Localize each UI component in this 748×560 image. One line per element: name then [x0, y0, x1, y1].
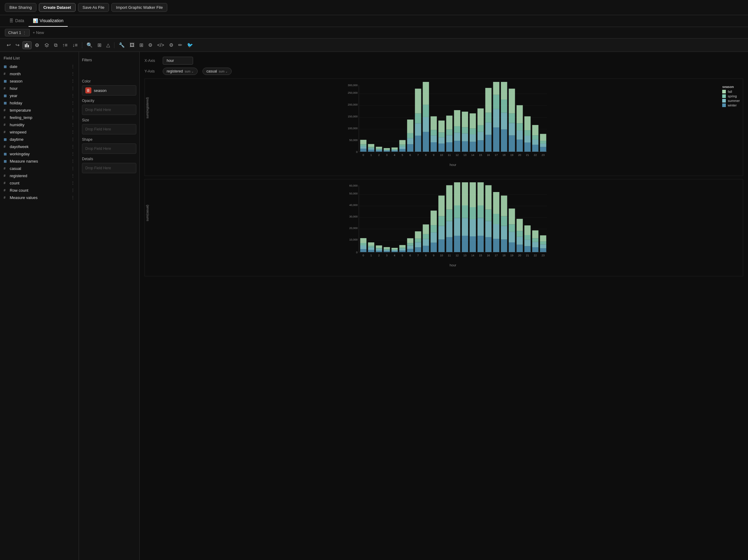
svg-rect-209: [446, 237, 453, 252]
field-casual-icon: #: [4, 167, 8, 170]
field-count[interactable]: # count ⋮: [0, 179, 79, 187]
tab-data[interactable]: 🗄 Data: [5, 15, 28, 27]
field-date-menu[interactable]: ⋮: [71, 64, 75, 69]
svg-rect-36: [384, 150, 390, 151]
y-axis-registered-pill[interactable]: registered sum ⌄: [163, 68, 197, 75]
shape-drop-zone[interactable]: Drop Field Here: [82, 144, 136, 154]
svg-rect-60: [423, 132, 429, 152]
svg-rect-192: [415, 232, 421, 239]
field-workingday-menu[interactable]: ⋮: [71, 151, 75, 156]
mark-type-button[interactable]: [33, 42, 41, 49]
svg-rect-45: [399, 149, 405, 152]
chart-type-button[interactable]: [22, 41, 31, 49]
zoom-out-button[interactable]: 🔍: [85, 41, 94, 49]
svg-text:16: 16: [487, 254, 490, 257]
field-feeling-temp[interactable]: # feeling_temp ⋮: [0, 114, 79, 121]
field-casual[interactable]: # casual ⋮: [0, 165, 79, 172]
svg-rect-90: [470, 142, 476, 152]
field-holiday[interactable]: ▦ holiday ⋮: [0, 99, 79, 106]
svg-text:50,000: 50,000: [349, 192, 358, 195]
size-drop-zone[interactable]: Drop Field Here: [82, 124, 136, 135]
field-year-icon: ▦: [4, 94, 8, 98]
field-year[interactable]: ▦ year ⋮: [0, 92, 79, 99]
link-settings-button[interactable]: ⚙: [167, 41, 175, 49]
dataset-button[interactable]: Bike Sharing: [5, 3, 37, 12]
code-button[interactable]: </>: [156, 41, 166, 49]
svg-rect-118: [509, 89, 515, 113]
sort-asc-button[interactable]: ↑≡: [61, 41, 69, 49]
field-winspeed-menu[interactable]: ⋮: [71, 129, 75, 135]
field-measure-names[interactable]: ▦ Measure names ⋮: [0, 157, 79, 165]
image-button[interactable]: 🖼: [128, 41, 136, 49]
field-measure-names-menu[interactable]: ⋮: [71, 159, 75, 164]
field-season[interactable]: ▦ season ⋮: [0, 77, 79, 84]
brush-button[interactable]: 🔧: [117, 41, 126, 49]
field-humidity[interactable]: # humidity ⋮: [0, 121, 79, 128]
field-daytime-menu[interactable]: ⋮: [71, 137, 75, 142]
table-button[interactable]: ⊞: [138, 41, 145, 49]
svg-text:11: 11: [448, 153, 451, 156]
svg-rect-166: [376, 248, 382, 249]
svg-rect-177: [392, 248, 398, 249]
settings-button[interactable]: ⚙: [146, 41, 154, 49]
field-dayofweek-menu[interactable]: ⋮: [71, 144, 75, 149]
field-hour-menu[interactable]: ⋮: [71, 86, 75, 91]
add-chart-button[interactable]: + New: [30, 29, 47, 36]
tab-visualization[interactable]: 📊 Visualization: [28, 15, 68, 27]
svg-rect-38: [384, 148, 390, 150]
main-layout: Field List ▦ date ⋮ # month ⋮ ▦ season: [0, 52, 748, 560]
field-hour[interactable]: # hour ⋮: [0, 84, 79, 92]
field-temperature-menu[interactable]: ⋮: [71, 108, 75, 113]
pen-button[interactable]: ✏: [177, 41, 184, 49]
opacity-drop-zone[interactable]: Drop Field Here: [82, 105, 136, 115]
layers-button[interactable]: [43, 42, 51, 49]
field-registered-menu[interactable]: ⋮: [71, 173, 75, 178]
field-measure-values[interactable]: # Measure values ⋮: [0, 194, 79, 201]
create-dataset-button[interactable]: Create Dataset: [39, 3, 76, 12]
field-year-menu[interactable]: ⋮: [71, 93, 75, 98]
svg-text:15: 15: [479, 254, 482, 257]
field-measure-values-menu[interactable]: ⋮: [71, 195, 75, 200]
svg-rect-211: [446, 210, 453, 221]
details-drop-zone[interactable]: Drop Field Here: [82, 163, 136, 173]
chart-tab-1[interactable]: Chart 1 ⋮: [5, 29, 30, 36]
field-feeling-temp-menu[interactable]: ⋮: [71, 115, 75, 120]
field-registered[interactable]: # registered ⋮: [0, 172, 79, 179]
svg-rect-56: [415, 123, 421, 136]
field-row-count-menu[interactable]: ⋮: [71, 188, 75, 193]
field-humidity-menu[interactable]: ⋮: [71, 122, 75, 127]
field-dayofweek[interactable]: # dayofweek ⋮: [0, 143, 79, 150]
field-daytime[interactable]: ▦ daytime ⋮: [0, 136, 79, 143]
sort-desc-button[interactable]: ↓≡: [70, 41, 79, 49]
field-season-menu[interactable]: ⋮: [71, 78, 75, 83]
field-casual-menu[interactable]: ⋮: [71, 166, 75, 171]
field-month-menu[interactable]: ⋮: [71, 71, 75, 76]
undo-button[interactable]: ↩: [5, 41, 13, 49]
import-file-button[interactable]: Import Graphic Walker File: [111, 3, 167, 12]
y-axis-casual-pill[interactable]: casual sum ⌄: [203, 68, 232, 75]
field-month[interactable]: # month ⋮: [0, 70, 79, 77]
svg-rect-260: [524, 240, 531, 246]
field-row-count[interactable]: # Row count ⋮: [0, 187, 79, 194]
svg-rect-120: [517, 140, 523, 152]
svg-rect-135: [540, 147, 546, 152]
redo-button[interactable]: ↪: [14, 41, 21, 49]
field-temperature[interactable]: # temperature ⋮: [0, 106, 79, 114]
svg-rect-71: [438, 138, 445, 144]
field-count-menu[interactable]: ⋮: [71, 180, 75, 185]
field-date[interactable]: ▦ date ⋮: [0, 63, 79, 70]
field-holiday-menu[interactable]: ⋮: [71, 100, 75, 105]
field-workingday-icon: ▦: [4, 152, 8, 156]
duplicate-button[interactable]: ⧉: [52, 41, 59, 49]
save-as-file-button[interactable]: Save As File: [78, 3, 109, 12]
x-axis-field[interactable]: hour: [163, 57, 193, 65]
triangle-button[interactable]: △: [104, 41, 112, 49]
layout-button[interactable]: ⊞: [96, 41, 103, 49]
bird-button[interactable]: 🐦: [185, 41, 195, 49]
color-field[interactable]: 🗑 season: [82, 85, 136, 96]
svg-rect-53: [407, 120, 414, 133]
field-winspeed[interactable]: # winspeed ⋮: [0, 128, 79, 136]
svg-rect-155: [360, 245, 367, 249]
svg-rect-261: [524, 235, 531, 240]
field-workingday[interactable]: ▦ workingday ⋮: [0, 150, 79, 157]
